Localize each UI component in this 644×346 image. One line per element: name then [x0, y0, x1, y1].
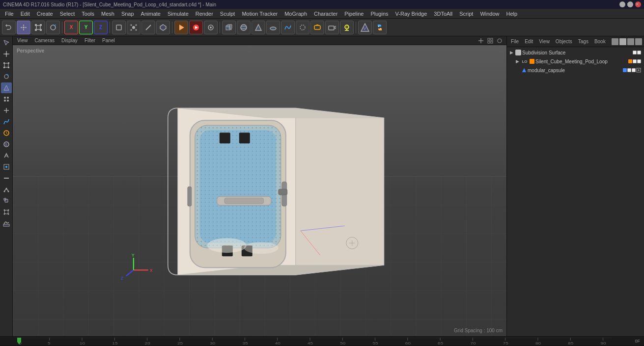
- left-tool-active[interactable]: [1, 82, 12, 93]
- menu-help[interactable]: Help: [504, 10, 521, 17]
- left-tool-11[interactable]: [1, 150, 12, 161]
- menu-select[interactable]: Select: [57, 10, 78, 17]
- rp-menu-objects[interactable]: Objects: [554, 38, 574, 45]
- viewport-nav-2[interactable]: [486, 37, 494, 45]
- point-mode-btn[interactable]: [127, 21, 140, 34]
- menu-tools[interactable]: Tools: [79, 10, 97, 17]
- menu-simulate[interactable]: Simulate: [165, 10, 192, 17]
- scale-tool-btn[interactable]: [31, 21, 45, 34]
- viewport-panel-menu[interactable]: Panel: [101, 38, 116, 43]
- menu-3dtoall[interactable]: 3DToAll: [431, 10, 455, 17]
- rp-menu-tags[interactable]: Tags: [576, 38, 590, 45]
- timeline-ruler-container[interactable]: 0 5 10 15 20 25 30 35 40 45 50: [16, 338, 612, 345]
- tree-item-subdivision[interactable]: ▶ Subdivision Surface: [508, 48, 643, 57]
- rp-btn-4[interactable]: [635, 38, 642, 45]
- rp-menu-view[interactable]: View: [537, 38, 552, 45]
- rp-btn-2[interactable]: [619, 38, 626, 45]
- left-tool-13[interactable]: [1, 173, 12, 184]
- left-tool-16[interactable]: [1, 207, 12, 217]
- deformer-btn[interactable]: [310, 21, 324, 34]
- viewport-toolbar: View Cameras Display Filter Panel: [13, 36, 506, 45]
- z-axis-btn[interactable]: Z: [94, 21, 108, 34]
- vray-btn[interactable]: V: [358, 21, 372, 34]
- x-axis-btn[interactable]: X: [64, 21, 78, 34]
- viewport-view-menu[interactable]: View: [16, 38, 29, 43]
- y-axis-btn[interactable]: Y: [79, 21, 93, 34]
- undo-btn[interactable]: [2, 21, 16, 34]
- menu-create[interactable]: Create: [34, 10, 56, 17]
- left-tool-select[interactable]: [1, 37, 12, 48]
- left-tool-7[interactable]: [1, 105, 12, 116]
- viewport-cameras-menu[interactable]: Cameras: [33, 38, 56, 43]
- left-tool-12[interactable]: [1, 161, 12, 172]
- svg-text:15: 15: [112, 341, 117, 346]
- menu-sculpt[interactable]: Sculpt: [217, 10, 238, 17]
- left-tool-8[interactable]: [1, 116, 12, 127]
- display-cube-btn[interactable]: [222, 21, 236, 34]
- badge-dot-1: [633, 51, 637, 54]
- menu-mesh[interactable]: Mesh: [98, 10, 117, 17]
- maximize-btn[interactable]: □: [627, 1, 633, 7]
- tree-label-modular: modular_capsule: [528, 68, 622, 73]
- menu-motion-tracker[interactable]: Motion Tracker: [239, 10, 280, 17]
- left-tool-rotate[interactable]: [1, 71, 12, 82]
- move-tool-btn[interactable]: [17, 21, 30, 34]
- edge-mode-btn[interactable]: [141, 21, 155, 34]
- menu-render[interactable]: Render: [193, 10, 216, 17]
- menu-mograph[interactable]: MoGraph: [281, 10, 310, 17]
- viewport[interactable]: View Cameras Display Filter Panel Perspe…: [13, 36, 506, 336]
- rp-btn-1[interactable]: [612, 38, 618, 45]
- menu-window[interactable]: Window: [477, 10, 502, 17]
- svg-point-26: [378, 26, 379, 27]
- menu-edit[interactable]: Edit: [18, 10, 33, 17]
- svg-rect-70: [224, 198, 263, 204]
- menu-file[interactable]: File: [2, 10, 17, 17]
- object-mode-btn[interactable]: [112, 21, 126, 34]
- rp-btn-3[interactable]: [627, 38, 634, 45]
- left-tool-move[interactable]: [1, 49, 12, 59]
- left-tool-6[interactable]: [1, 94, 12, 105]
- render-preview-btn[interactable]: [174, 21, 188, 34]
- left-tool-14[interactable]: [1, 184, 12, 195]
- left-tool-10[interactable]: S: [1, 139, 12, 150]
- left-tool-9[interactable]: [1, 128, 12, 138]
- sphere-btn[interactable]: [237, 21, 251, 34]
- rp-menu-file[interactable]: File: [509, 38, 521, 45]
- object-tree[interactable]: ▶ Subdivision Surface ▶ LO: [507, 47, 644, 336]
- viewport-nav-3[interactable]: [496, 37, 504, 45]
- menu-character[interactable]: Character: [311, 10, 340, 17]
- viewport-canvas[interactable]: Perspective: [13, 45, 506, 336]
- left-tool-17[interactable]: [1, 218, 12, 229]
- playhead-indicator: [17, 338, 21, 345]
- rp-menu-book[interactable]: Book: [592, 38, 608, 45]
- light-btn[interactable]: [340, 21, 354, 34]
- rotate-tool-btn[interactable]: [46, 21, 60, 34]
- render-settings-btn[interactable]: [204, 21, 218, 34]
- viewport-filter-menu[interactable]: Filter: [83, 38, 97, 43]
- left-tool-scale[interactable]: [1, 60, 12, 71]
- rp-menu-edit[interactable]: Edit: [523, 38, 535, 45]
- menu-pipeline[interactable]: Pipeline: [341, 10, 366, 17]
- menu-plugins[interactable]: Plugins: [367, 10, 391, 17]
- camera-btn[interactable]: [325, 21, 339, 34]
- poly-mode-btn[interactable]: [156, 21, 170, 34]
- tree-item-silentcube[interactable]: ▶ LO Silent_Cube_Meeting_Pod_Loop: [514, 57, 643, 66]
- left-tool-15[interactable]: [1, 195, 12, 206]
- render-btn[interactable]: [189, 21, 203, 34]
- spline-btn[interactable]: [281, 21, 295, 34]
- minimize-btn[interactable]: ─: [619, 1, 625, 7]
- menu-animate[interactable]: Animate: [138, 10, 164, 17]
- svg-text:V: V: [364, 27, 366, 30]
- close-btn[interactable]: ✕: [635, 1, 641, 7]
- plane-btn[interactable]: [266, 21, 280, 34]
- null-btn[interactable]: [296, 21, 309, 34]
- menu-vray[interactable]: V-Ray Bridge: [392, 10, 430, 17]
- tree-item-modular[interactable]: modular_capsule: [520, 66, 643, 75]
- python-btn[interactable]: [373, 21, 387, 34]
- menu-script[interactable]: Script: [456, 10, 476, 17]
- viewport-display-menu[interactable]: Display: [60, 38, 79, 43]
- badge-white-4: [632, 68, 636, 72]
- menu-snap[interactable]: Snap: [118, 10, 137, 17]
- viewport-nav-1[interactable]: [477, 37, 485, 45]
- cone-btn[interactable]: [252, 21, 265, 34]
